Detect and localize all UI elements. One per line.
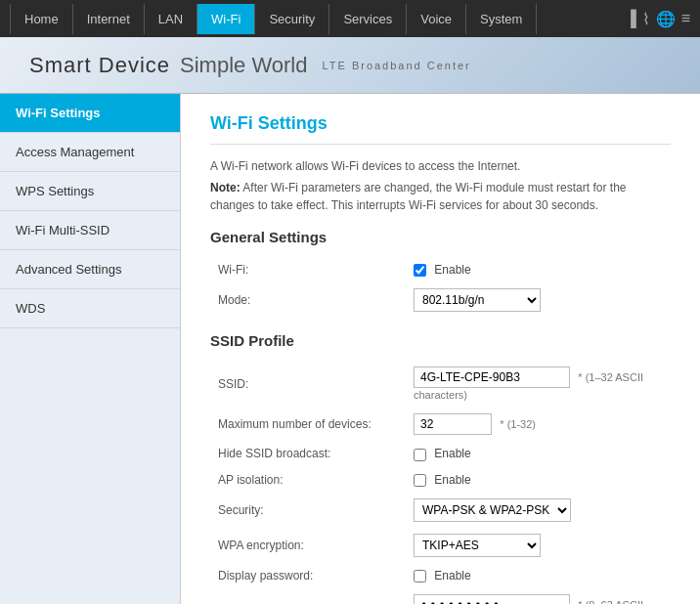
wpa-psk-input[interactable] [414, 594, 570, 604]
wifi-row: Wi-Fi: Enable [210, 257, 671, 282]
display-pw-label: Display password: [210, 563, 406, 588]
wpa-psk-row: WPA-PSK: * (8–63 ASCII characters or 8–6… [210, 588, 671, 604]
sidebar-item-advanced-settings[interactable]: Advanced Settings [0, 250, 180, 289]
ap-isolation-value-cell: Enable [406, 467, 671, 493]
general-settings-table: Wi-Fi: Enable Mode: 802.11b/g/n [210, 257, 671, 318]
ssid-value-cell: * (1–32 ASCII characters) [406, 361, 671, 408]
brand-title-1: Smart Device [29, 53, 170, 78]
main-layout: Wi-Fi Settings Access Management WPS Set… [0, 94, 700, 604]
hide-ssid-value-cell: Enable [406, 441, 671, 466]
info-text: A Wi-Fi network allows Wi-Fi devices to … [210, 159, 671, 173]
hide-ssid-checkbox[interactable] [414, 449, 426, 461]
nav-security[interactable]: Security [255, 4, 329, 34]
display-pw-enable-label: Enable [434, 569, 470, 582]
signal-icon: ▐ [625, 10, 635, 27]
max-devices-hint: * (1-32) [500, 418, 536, 430]
wpa-enc-row: WPA encryption: TKIP+AES [210, 528, 671, 563]
max-devices-value-cell: * (1-32) [406, 408, 671, 441]
sidebar-item-wds[interactable]: WDS [0, 289, 180, 328]
display-pw-value-cell: Enable [406, 563, 671, 588]
wpa-enc-select[interactable]: TKIP+AES [414, 534, 541, 557]
ap-isolation-row: AP isolation: Enable [210, 467, 671, 493]
wifi-enable-label: Enable [434, 263, 470, 277]
general-settings-title: General Settings [210, 229, 671, 245]
brand-title-2: Simple World [180, 53, 307, 78]
header-banner: Smart Device Simple World LTE Broadband … [0, 37, 700, 94]
security-row: Security: WPA-PSK & WPA2-PSK [210, 493, 671, 528]
note-text: Note: After Wi-Fi parameters are changed… [210, 179, 671, 214]
wifi-field-value: Enable [406, 257, 671, 282]
wifi-enable-checkbox[interactable] [414, 264, 426, 277]
sidebar: Wi-Fi Settings Access Management WPS Set… [0, 94, 181, 604]
security-value-cell: WPA-PSK & WPA2-PSK [406, 493, 671, 528]
content-area: Wi-Fi Settings A Wi-Fi network allows Wi… [181, 94, 700, 604]
hide-ssid-label: Hide SSID broadcast: [210, 441, 406, 466]
mode-select[interactable]: 802.11b/g/n [414, 288, 541, 312]
mode-field-value: 802.11b/g/n [406, 282, 671, 318]
max-devices-row: Maximum number of devices: * (1-32) [210, 408, 671, 441]
wpa-enc-label: WPA encryption: [210, 528, 406, 563]
wifi-field-label: Wi-Fi: [210, 257, 406, 282]
nav-icons: ▐ ⌇ 🌐 ≡ [625, 10, 690, 28]
nav-lan[interactable]: LAN [145, 4, 197, 34]
sidebar-item-wps-settings[interactable]: WPS Settings [0, 172, 180, 211]
sidebar-item-wifi-multi-ssid[interactable]: Wi-Fi Multi-SSID [0, 211, 180, 250]
mode-field-label: Mode: [210, 282, 406, 318]
wpa-psk-label: WPA-PSK: [210, 588, 406, 604]
ssid-label: SSID: [210, 361, 406, 408]
wifi-icon: ⌇ [642, 10, 650, 28]
hide-ssid-enable-label: Enable [434, 447, 470, 460]
ap-isolation-enable-label: Enable [434, 473, 470, 487]
brand-tag: LTE Broadband Center [322, 60, 470, 71]
bars-icon: ≡ [681, 10, 690, 27]
nav-services[interactable]: Services [329, 4, 407, 34]
sidebar-item-access-management[interactable]: Access Management [0, 133, 180, 172]
nav-internet[interactable]: Internet [73, 4, 145, 34]
ssid-profile-title: SSID Profile [210, 332, 671, 349]
globe-icon: 🌐 [656, 10, 676, 28]
nav-links: Home Internet LAN Wi-Fi Security Service… [10, 4, 537, 34]
ap-isolation-checkbox[interactable] [414, 474, 426, 487]
nav-home[interactable]: Home [10, 4, 73, 34]
ssid-profile-table: SSID: * (1–32 ASCII characters) Maximum … [210, 361, 671, 604]
sidebar-item-wifi-settings[interactable]: Wi-Fi Settings [0, 94, 180, 133]
ap-isolation-label: AP isolation: [210, 467, 406, 493]
nav-wifi[interactable]: Wi-Fi [197, 4, 255, 34]
max-devices-input[interactable] [414, 413, 492, 435]
max-devices-label: Maximum number of devices: [210, 408, 406, 441]
note-label: Note: [210, 181, 241, 194]
hide-ssid-row: Hide SSID broadcast: Enable [210, 441, 671, 466]
display-pw-checkbox[interactable] [414, 570, 426, 582]
security-label: Security: [210, 493, 406, 528]
top-nav: Home Internet LAN Wi-Fi Security Service… [0, 0, 700, 37]
display-pw-row: Display password: Enable [210, 563, 671, 588]
wpa-enc-value-cell: TKIP+AES [406, 528, 671, 563]
nav-voice[interactable]: Voice [407, 4, 466, 34]
page-title: Wi-Fi Settings [210, 113, 671, 145]
mode-row: Mode: 802.11b/g/n [210, 282, 671, 318]
security-select[interactable]: WPA-PSK & WPA2-PSK [414, 498, 571, 522]
note-body: After Wi-Fi parameters are changed, the … [210, 181, 626, 212]
nav-system[interactable]: System [466, 4, 537, 34]
wpa-psk-value-cell: * (8–63 ASCII characters or 8–64 hexadec… [406, 588, 671, 604]
ssid-row: SSID: * (1–32 ASCII characters) [210, 361, 671, 408]
ssid-input[interactable] [414, 367, 570, 388]
